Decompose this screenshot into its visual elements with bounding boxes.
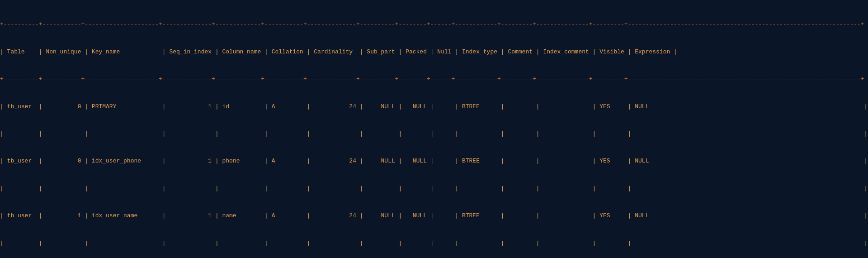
separator-top-1: +----------+-----------+----------------…: [0, 20, 868, 29]
row-2: | tb_user | 0 | idx_user_phone | 1 | pho…: [0, 157, 868, 166]
terminal-output: +----------+-----------+----------------…: [0, 0, 868, 258]
row-2-cont: | | | | | | | | | | | | | | |: [0, 184, 868, 193]
row-3: | tb_user | 1 | idx_user_name | 1 | name…: [0, 211, 868, 220]
row-3-cont: | | | | | | | | | | | | | | |: [0, 239, 868, 248]
row-1: | tb_user | 0 | PRIMARY | 1 | id | A | 2…: [0, 102, 868, 111]
header-row: | Table | Non_unique | Key_name | Seq_in…: [0, 48, 868, 57]
row-1-cont: | | | | | | | | | | | | | | |: [0, 129, 868, 139]
separator-header: +----------+-----------+----------------…: [0, 75, 868, 84]
